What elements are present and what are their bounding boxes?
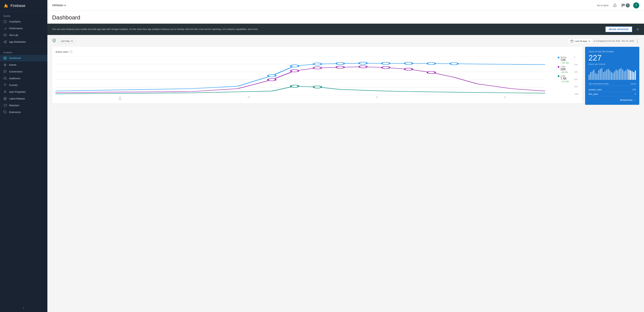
sidebar-item-dashboard[interactable]: Dashboard (0, 55, 48, 61)
help-btn[interactable]: ? (626, 3, 630, 7)
sidebar-item-extensions[interactable]: Extensions (0, 109, 48, 116)
sidebar-item-label: Retention (9, 104, 19, 107)
legend-item-28day: 28-Day 72K ↑ 237.3% (558, 56, 569, 64)
notifications-btn[interactable] (612, 2, 618, 8)
svg-point-47 (359, 62, 367, 64)
add-filter-button[interactable]: Add Filter + (58, 38, 75, 44)
date-range-dropdown-icon: ▾ (589, 40, 590, 42)
funnels-icon (4, 83, 7, 87)
sidebar-item-user-properties[interactable]: User Properties (0, 89, 48, 95)
sidebar-item-label: Funnels (9, 84, 18, 87)
bell-icon (613, 3, 617, 7)
mini-bar-5 (596, 74, 598, 80)
compare-text: Compared to Oct 29, 2019 - Nov 25, 2019 (596, 40, 634, 42)
begin-upgrade-button[interactable]: BEGIN UPGRADE (605, 26, 632, 32)
sidebar-item-app-distribution[interactable]: App Distribution (0, 38, 48, 45)
svg-point-59 (427, 71, 435, 73)
mini-bar-27 (632, 71, 633, 80)
calendar-icon (570, 39, 574, 43)
sidebar-item-label: Crashlytics (9, 20, 21, 23)
sidebar-item-label: App Distribution (9, 40, 26, 43)
chart-area: 100K 80K 60K 40K 20K 0 (56, 56, 579, 100)
stream-view-button[interactable]: StreamView → (588, 99, 636, 101)
sidebar-item-conversions[interactable]: Conversions (0, 68, 48, 75)
sidebar-item-crashlytics[interactable]: Crashlytics (0, 18, 48, 25)
add-filter-label: Add Filter (61, 40, 70, 42)
mini-bar-0 (588, 75, 590, 80)
svg-point-54 (313, 67, 321, 69)
conversion-events-label: Top conversion events (588, 83, 609, 85)
x-label-08: 08 (248, 96, 250, 100)
mini-bar-2 (592, 71, 593, 80)
go-to-docs-link[interactable]: Go to docs (597, 4, 608, 7)
mini-bar-8 (601, 68, 602, 80)
more-options-button[interactable]: ⋮ (636, 39, 639, 43)
project-selector[interactable]: HBWallet ▾ (52, 3, 66, 7)
sidebar-item-retention[interactable]: Retention (0, 102, 48, 109)
mini-bar-13 (609, 70, 610, 80)
stream-view-arrow: → (634, 99, 636, 101)
mini-bar-11 (606, 70, 607, 80)
sidebar-item-performance[interactable]: Performance (0, 25, 48, 32)
svg-line-8 (4, 41, 6, 41)
event-count-first-open: 3 (635, 93, 636, 95)
performance-icon (4, 27, 7, 30)
svg-point-55 (336, 66, 344, 68)
svg-point-4 (6, 40, 6, 41)
active-users-info-icon[interactable] (70, 50, 72, 54)
legend-value-7day: 20K (560, 68, 568, 71)
sidebar: Firebase Quality Crashlytics Performance… (0, 0, 48, 312)
settings-btn[interactable]: ? (621, 3, 630, 7)
date-range-selector[interactable]: Last 28 days ▾ (568, 38, 592, 44)
mini-bar-28 (633, 72, 634, 80)
sidebar-item-label: Audiences (9, 77, 20, 80)
svg-point-6 (6, 42, 6, 43)
sidebar-logo[interactable]: Firebase (0, 0, 48, 12)
analytics-section-label: Analytics (0, 48, 48, 55)
stream-card-title: Users in last 30 minutes (588, 50, 636, 53)
svg-point-46 (336, 62, 344, 65)
sidebar-item-funnels[interactable]: Funnels (0, 82, 48, 89)
legend-dot-1day (558, 75, 560, 77)
x-axis-labels: 01Dec 08 15 22 (56, 96, 569, 100)
topbar-right: Go to docs ? T (597, 2, 639, 8)
svg-point-57 (382, 66, 390, 69)
stream-card: Users in last 30 minutes 227 Users per m… (585, 47, 639, 105)
banner-close-btn[interactable]: ✕ (636, 27, 639, 31)
svg-point-51 (450, 62, 458, 65)
audiences-icon (4, 77, 7, 80)
active-users-card: Active users 100K (52, 47, 582, 104)
sidebar-item-audiences[interactable]: Audiences (0, 75, 48, 82)
mini-bar-21 (622, 70, 623, 80)
chart-legend: 28-Day 72K ↑ 237.3% 7-Day 20K (558, 56, 569, 83)
sidebar-item-label: Extensions (9, 111, 21, 114)
events-icon (4, 63, 7, 67)
compare-icon: ⇄ (594, 40, 596, 42)
stream-view-label: StreamView (620, 99, 632, 101)
svg-point-52 (268, 79, 276, 81)
page-header: Dashboard (48, 11, 644, 24)
filter-row: Add Filter + Last 28 days ▾ (52, 38, 639, 44)
svg-rect-9 (4, 57, 5, 58)
sidebar-item-latest-release[interactable]: Latest Release (0, 95, 48, 102)
event-count-session-start: 170 (632, 88, 636, 91)
svg-point-48 (382, 62, 390, 64)
mini-bar-26 (630, 70, 631, 80)
app-name: Firebase (10, 3, 26, 8)
svg-marker-13 (4, 63, 6, 66)
svg-point-58 (404, 68, 412, 70)
stream-users-per-min: Users per minute (588, 63, 636, 65)
svg-point-20 (4, 91, 6, 92)
legend-label-7day: 7-Day (560, 66, 568, 68)
sidebar-collapse-btn[interactable]: ‹ (0, 304, 48, 312)
user-properties-icon (4, 90, 7, 94)
svg-rect-25 (624, 4, 625, 4)
svg-rect-24 (623, 4, 624, 4)
svg-point-61 (313, 86, 321, 88)
app-distribution-icon (4, 40, 7, 44)
avatar[interactable]: T (633, 2, 639, 8)
x-label-15: 15 (376, 96, 378, 100)
firebase-logo-icon (4, 3, 9, 8)
sidebar-item-testlab[interactable]: Test Lab (0, 32, 48, 38)
sidebar-item-events[interactable]: Events (0, 61, 48, 68)
